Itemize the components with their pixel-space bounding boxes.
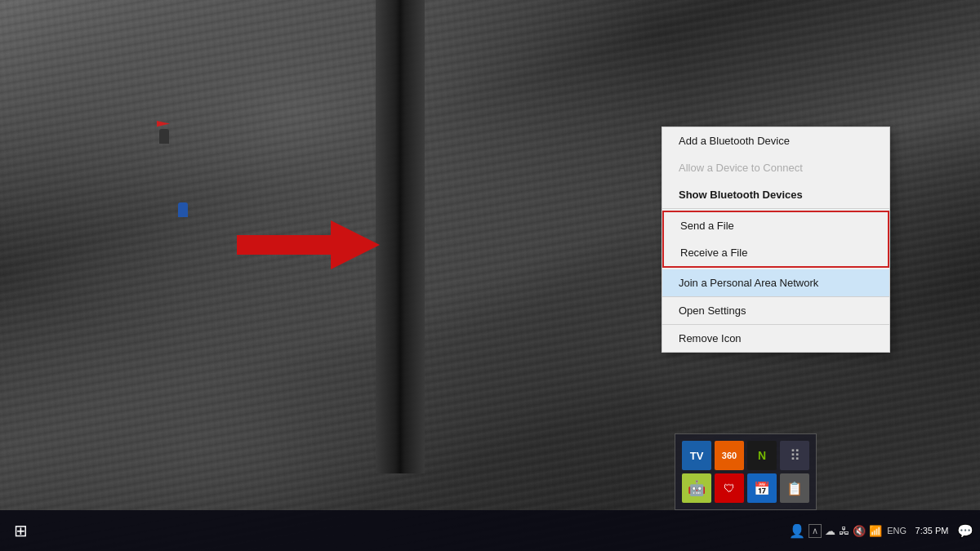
tray-overflow-popup: TV 360 N ⠿ 🤖 🛡 📅 📋 (675, 433, 817, 510)
tray-mail-icon[interactable]: 📋 (780, 473, 809, 503)
system-tray-area: 👤 ∧ ☁ 🖧 🔇 📶 ENG 7:35 PM 💬 (789, 510, 980, 551)
menu-item-allow-connect: Allow a Device to Connect (662, 154, 889, 181)
menu-item-join-pan[interactable]: Join a Personal Area Network (662, 269, 889, 296)
chevron-icon[interactable]: ∧ (808, 524, 822, 538)
tray-antivirus-icon[interactable]: 🛡 (715, 473, 744, 503)
tray-360-icon[interactable]: 360 (715, 441, 744, 470)
volume-icon[interactable]: 🔇 (853, 525, 866, 537)
taskbar: ⊞ 👤 ∧ ☁ 🖧 🔇 📶 ENG 7:35 PM 💬 (0, 510, 980, 551)
notification-icon[interactable]: 💬 (957, 523, 973, 539)
send-receive-section: Send a File Receive a File (662, 211, 889, 268)
menu-item-show-devices[interactable]: Show Bluetooth Devices (662, 181, 889, 208)
network-icon[interactable]: 🖧 (839, 525, 849, 537)
menu-divider-1 (662, 208, 889, 209)
menu-item-receive-file[interactable]: Receive a File (664, 239, 888, 266)
tray-teamviewer-icon[interactable]: TV (682, 441, 711, 470)
context-menu: Add a Bluetooth Device Allow a Device to… (662, 127, 890, 353)
clock-display[interactable]: 7:35 PM (911, 525, 952, 536)
tray-calendar-icon[interactable]: 📅 (747, 473, 777, 503)
cloud-icon: ☁ (825, 525, 835, 537)
climber-2 (178, 202, 188, 217)
start-button[interactable]: ⊞ (0, 510, 41, 551)
tray-android-icon[interactable]: 🤖 (682, 473, 711, 503)
language-label[interactable]: ENG (887, 526, 906, 535)
menu-item-send-file[interactable]: Send a File (664, 212, 888, 239)
menu-item-remove-icon[interactable]: Remove Icon (662, 325, 889, 352)
people-icon[interactable]: 👤 (789, 523, 805, 539)
climber-1 (159, 129, 169, 144)
menu-item-open-settings[interactable]: Open Settings (662, 297, 889, 324)
tray-grid-icon[interactable]: ⠿ (780, 441, 809, 470)
clock-time: 7:35 PM (911, 525, 952, 536)
menu-item-add-bluetooth[interactable]: Add a Bluetooth Device (662, 127, 889, 154)
red-arrow (237, 220, 400, 269)
tray-nvidia-icon[interactable]: N (747, 441, 777, 470)
wifi-icon[interactable]: 📶 (869, 525, 882, 537)
